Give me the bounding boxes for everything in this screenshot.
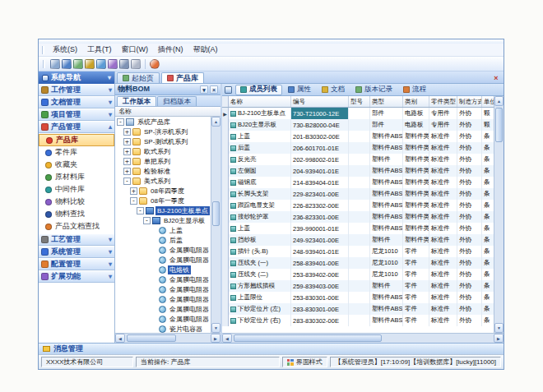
search-icon[interactable] — [96, 59, 106, 69]
table-cell[interactable]: 磁钢底 — [229, 177, 291, 188]
table-cell[interactable]: 塑料件类 — [403, 177, 429, 188]
tree-item[interactable]: 后盖 — [115, 235, 211, 245]
scrollbar-thumb[interactable] — [495, 108, 503, 142]
table-row[interactable]: 上盖201-B30302-00E塑料件ABS塑料件类标准件外协条 — [222, 131, 494, 142]
table-cell[interactable]: 专用件 — [429, 119, 457, 131]
table-cell[interactable]: 外协 — [457, 142, 482, 154]
table-cell[interactable]: 部件 — [370, 119, 403, 131]
table-cell[interactable]: 条 — [482, 131, 494, 142]
table-cell[interactable]: 方形翘线插模 — [229, 280, 291, 292]
table-cell[interactable]: 条 — [482, 280, 494, 292]
scrollbar-thumb[interactable] — [234, 334, 382, 342]
table-cell[interactable]: 塑料件类 — [403, 165, 429, 177]
doc-tab-产品库[interactable]: 产品库 — [161, 72, 204, 83]
table-cell[interactable]: 零件 — [403, 257, 429, 269]
table-cell[interactable]: 跟踪电显支架 — [229, 200, 291, 211]
table-cell[interactable]: 电路板 — [403, 119, 429, 131]
sidebar-panel-工艺管理[interactable]: 工艺管理▾ — [39, 233, 114, 246]
table-cell[interactable]: 塑料件ABS — [370, 131, 403, 142]
table-cell[interactable]: 条 — [482, 269, 494, 280]
scroll-right-button[interactable]: ▶ — [211, 334, 220, 343]
table-cell[interactable]: 248-939401-01E — [291, 246, 349, 257]
table-cell[interactable]: 塑料件 — [370, 154, 403, 165]
table-cell[interactable]: 204-939401-01E — [291, 165, 349, 177]
tab-版本记录[interactable]: 版本记录 — [350, 85, 397, 95]
save-icon[interactable] — [73, 59, 83, 69]
table-cell[interactable] — [349, 200, 370, 211]
doc-tab-起始页[interactable]: 起始页 — [117, 72, 160, 83]
scrollbar-thumb[interactable] — [212, 201, 220, 226]
table-cell[interactable]: 压线夹 (二) — [229, 269, 291, 280]
tree-horizontal-scrollbar[interactable]: ◀ ▶ — [115, 333, 220, 343]
tree-item[interactable]: 金属膜电阻器 — [115, 294, 211, 304]
tree-expander[interactable]: - — [137, 207, 144, 214]
table-cell[interactable] — [349, 108, 370, 119]
tree-expander[interactable]: + — [123, 148, 131, 155]
sidebar-panel-配置管理[interactable]: 配置管理▾ — [39, 258, 114, 270]
table-cell[interactable]: 下纱定位片 (右) — [229, 315, 291, 326]
scrollbar-thumb[interactable] — [127, 334, 176, 342]
table-cell[interactable]: 塑料件ABS — [370, 315, 403, 326]
table-cell[interactable] — [349, 188, 370, 200]
sidebar-panel-文档管理[interactable]: 文档管理▾ — [39, 96, 114, 108]
tree-vertical-scrollbar[interactable]: ▲ ▼ — [211, 117, 220, 333]
table-cell[interactable]: 尼龙1010 — [370, 246, 403, 257]
scrollbar-track[interactable] — [211, 127, 220, 323]
tree-expander[interactable]: + — [130, 187, 137, 195]
table-cell[interactable]: 塑料件ABS — [370, 165, 403, 177]
table-cell[interactable]: 条 — [482, 165, 494, 177]
scroll-up-button[interactable]: ▲ — [494, 96, 504, 106]
table-row[interactable]: 压线夹 (二)253-839402-00E尼龙1010零件标准件外协条 — [222, 269, 494, 280]
table-cell[interactable] — [349, 246, 370, 257]
table-cell[interactable]: 条 — [482, 246, 494, 257]
table-cell[interactable]: 塑料件ABS — [370, 177, 403, 188]
tree-item[interactable]: 金属膜电阻器 — [115, 304, 211, 314]
table-cell[interactable]: 部件 — [370, 108, 403, 119]
table-cell[interactable]: 条 — [482, 234, 494, 246]
table-cell[interactable]: 塑料件类 — [403, 223, 429, 234]
table-cell[interactable]: 零件 — [403, 246, 429, 257]
menu-item[interactable]: 帮助(A) — [188, 44, 223, 56]
table-cell[interactable]: 外协 — [457, 154, 482, 165]
table-cell[interactable]: 条 — [482, 154, 494, 165]
table-cell[interactable]: 外协 — [457, 200, 482, 211]
table-cell[interactable]: 插针 (头.B) — [229, 246, 291, 257]
tree-expander[interactable]: - — [130, 197, 137, 205]
new-icon[interactable] — [50, 59, 60, 69]
table-row[interactable]: 左侧圆204-939401-01E塑料件ABS塑料件类标准件外协条 — [222, 165, 494, 177]
table-cell[interactable]: 尼龙1010 — [370, 269, 403, 280]
table-cell[interactable] — [349, 280, 370, 292]
table-cell[interactable]: 条 — [482, 200, 494, 211]
tree-item[interactable]: 金属膜电阻器 — [115, 274, 211, 284]
table-cell[interactable]: 塑料件类 — [403, 234, 429, 246]
tree-item[interactable]: 金属膜电阻器 — [115, 284, 211, 294]
table-cell[interactable]: 外协 — [457, 280, 482, 292]
table-cell[interactable]: 零件 — [403, 292, 429, 303]
table-cell[interactable] — [349, 177, 370, 188]
column-header-类别[interactable]: 类别 — [403, 96, 429, 107]
table-cell[interactable]: 236-823301-00E — [291, 211, 349, 223]
table-cell[interactable]: 外协 — [457, 246, 482, 257]
table-cell[interactable]: 压线夹 (一) — [229, 257, 291, 269]
table-cell[interactable]: 外协 — [457, 119, 482, 131]
menu-item[interactable]: 插件(N) — [153, 44, 188, 56]
table-cell[interactable]: 标准件 — [429, 165, 457, 177]
table-cell[interactable]: 零件 — [403, 280, 429, 292]
tree-item[interactable]: -BJ-2100主板单点 — [115, 205, 211, 215]
table-cell[interactable]: 上盖限位 — [229, 292, 291, 303]
table-cell[interactable]: 塑料件 — [370, 280, 403, 292]
table-row[interactable]: 方形翘线插模259-839403-00E塑料件零件标准件外协条 — [222, 280, 494, 292]
sidebar-item-收藏夹[interactable]: 收藏夹 — [39, 159, 114, 171]
tab-属性[interactable]: 属性 — [283, 85, 316, 95]
table-cell[interactable]: 外协 — [457, 292, 482, 303]
table-row[interactable]: 上盖239-990001-01E塑料件ABS塑料件类标准件外协条 — [222, 223, 494, 234]
table-row[interactable]: 接纱轮护罩236-823301-00E塑料件ABS塑料件类标准件外协条 — [222, 211, 494, 223]
table-cell[interactable]: 塑料件ABS — [370, 211, 403, 223]
tree-item[interactable]: +08年四季度 — [115, 186, 211, 196]
tree-item[interactable]: +SP-演示机系列 — [115, 127, 211, 136]
table-cell[interactable]: 塑料件ABS — [370, 303, 403, 315]
table-cell[interactable] — [349, 131, 370, 142]
sidebar-item-产品文档查找[interactable]: 产品文档查找 — [39, 220, 114, 233]
chevron-down-icon[interactable]: ▾ — [108, 74, 111, 81]
table-cell[interactable]: 206-601701-01E — [291, 142, 349, 154]
